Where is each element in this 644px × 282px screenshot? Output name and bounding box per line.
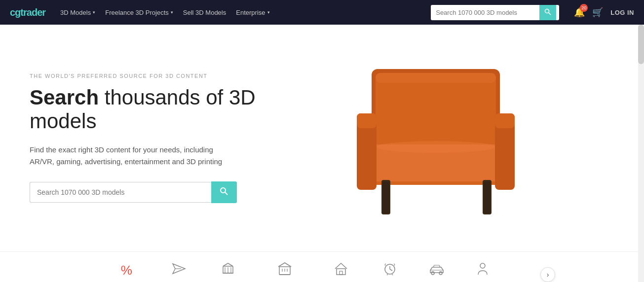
hero-headline-bold: Search [30, 86, 99, 109]
category-car[interactable]: Car [414, 258, 459, 282]
nav-search-button[interactable] [539, 5, 556, 20]
login-button[interactable]: LOG IN [610, 9, 634, 16]
building-icon [277, 262, 292, 279]
svg-line-19 [223, 263, 228, 266]
svg-line-3 [225, 192, 228, 195]
hero-headline: Search thousands of 3D models [30, 86, 257, 134]
hero-description: Find the exact right 3D content for your… [30, 144, 227, 168]
hero-text-block: THE WORLD'S PREFERRED SOURCE FOR 3D CONT… [30, 73, 257, 204]
svg-point-17 [377, 141, 495, 153]
navbar: cgtrader 3D Models ▾ Freelance 3D Projec… [0, 0, 644, 25]
cart-button[interactable]: 🛒 [592, 7, 603, 18]
svg-line-34 [390, 269, 392, 271]
svg-rect-30 [337, 269, 345, 275]
logo-trader: trader [20, 7, 45, 18]
nav-3d-models[interactable]: 3D Models ▾ [60, 9, 95, 16]
notification-badge: 20 [580, 4, 588, 12]
alarm-clock-icon [383, 262, 397, 279]
nav-freelance[interactable]: Freelance 3D Projects ▾ [105, 9, 173, 16]
svg-rect-31 [340, 271, 342, 275]
svg-line-36 [392, 274, 393, 275]
svg-point-38 [439, 272, 442, 275]
svg-line-20 [228, 263, 233, 266]
svg-point-37 [431, 272, 434, 275]
categories-inner: % Discounts Aircraft [0, 257, 605, 282]
hero-search-input[interactable] [30, 182, 211, 203]
nav-search-input[interactable] [431, 6, 539, 19]
category-architectural[interactable]: Architectural [253, 257, 316, 282]
percent-icon: % [121, 263, 132, 278]
hero-search-bar [30, 181, 237, 203]
search-icon [220, 187, 228, 195]
svg-line-1 [549, 12, 551, 15]
category-discounts[interactable]: % Discounts [99, 258, 154, 282]
plane-icon [171, 262, 186, 279]
chair-svg [342, 54, 530, 217]
hero-search-button[interactable] [211, 181, 237, 203]
chair-3d-model [342, 54, 530, 222]
category-interior[interactable]: Interior [366, 257, 414, 282]
animals-icon [221, 262, 235, 279]
svg-line-35 [387, 274, 388, 275]
category-animals[interactable]: Animals [203, 257, 254, 282]
logo[interactable]: cgtrader [10, 7, 45, 18]
category-exterior[interactable]: Exterior [316, 257, 366, 282]
chevron-down-icon: ▾ [93, 10, 95, 15]
notification-bell-button[interactable]: 🔔 20 [574, 7, 585, 18]
svg-rect-5 [376, 73, 496, 146]
nav-enterprise[interactable]: Enterprise ▾ [236, 9, 269, 16]
nav-icon-group: 🔔 20 🛒 LOG IN [574, 7, 634, 18]
hero-chair-image [257, 54, 614, 222]
categories-strip: % Discounts Aircraft [0, 251, 644, 282]
svg-point-40 [480, 263, 485, 268]
chevron-down-icon: ▾ [171, 10, 173, 15]
nav-sell[interactable]: Sell 3D Models [183, 9, 226, 16]
characters-icon [476, 262, 490, 279]
svg-rect-9 [357, 113, 377, 128]
category-characters[interactable]: Char... [459, 257, 506, 282]
svg-rect-15 [484, 181, 491, 213]
svg-point-0 [545, 9, 549, 13]
scrollbar-thumb[interactable] [638, 25, 644, 64]
svg-rect-16 [376, 73, 496, 83]
hero-section: THE WORLD'S PREFERRED SOURCE FOR 3D CONT… [0, 25, 644, 251]
search-icon [544, 8, 551, 15]
categories-next-arrow[interactable]: › [540, 267, 555, 282]
car-icon [429, 263, 445, 279]
hero-tagline: THE WORLD'S PREFERRED SOURCE FOR 3D CONT… [30, 73, 257, 79]
svg-rect-11 [495, 113, 515, 128]
scrollbar-track [638, 0, 644, 282]
svg-rect-14 [382, 181, 389, 213]
nav-search-bar [431, 5, 559, 20]
house-icon [334, 262, 348, 279]
chevron-down-icon: ▾ [267, 10, 270, 15]
category-aircraft[interactable]: Aircraft [154, 257, 203, 282]
logo-cg: cg [10, 7, 20, 18]
